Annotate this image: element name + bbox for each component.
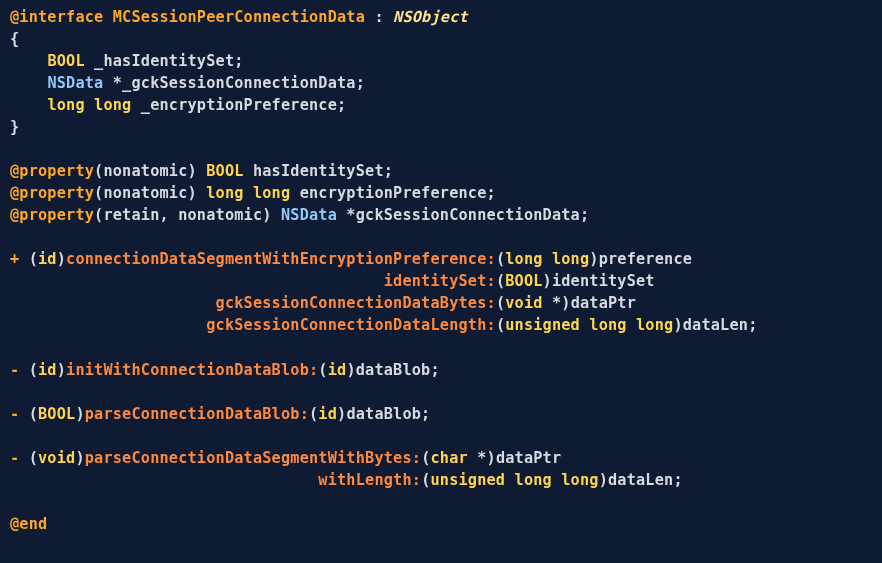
class-name: MCSessionPeerConnectionData xyxy=(113,8,365,26)
property-line: @property(nonatomic) long long encryptio… xyxy=(10,184,496,202)
line-interface: @interface MCSessionPeerConnectionData :… xyxy=(10,8,468,26)
method-line: gckSessionConnectionDataLength:(unsigned… xyxy=(10,316,758,334)
brace-open: { xyxy=(10,30,19,48)
ivar-line: NSData *_gckSessionConnectionData; xyxy=(10,74,365,92)
superclass: NSObject xyxy=(393,8,468,26)
method-line: - (BOOL)parseConnectionDataBlob:(id)data… xyxy=(10,405,430,423)
ivar-line: long long _encryptionPreference; xyxy=(10,96,346,114)
method-line: gckSessionConnectionDataBytes:(void *)da… xyxy=(10,294,636,312)
method-line: + (id)connectionDataSegmentWithEncryptio… xyxy=(10,250,692,268)
method-line: identitySet:(BOOL)identitySet xyxy=(10,272,655,290)
code-block: @interface MCSessionPeerConnectionData :… xyxy=(0,0,882,541)
method-line: - (id)initWithConnectionDataBlob:(id)dat… xyxy=(10,361,440,379)
property-line: @property(retain, nonatomic) NSData *gck… xyxy=(10,206,589,224)
keyword-end: @end xyxy=(10,515,47,533)
method-line: withLength:(unsigned long long)dataLen; xyxy=(10,471,683,489)
brace-close: } xyxy=(10,118,19,136)
keyword-interface: @interface xyxy=(10,8,103,26)
property-line: @property(nonatomic) BOOL hasIdentitySet… xyxy=(10,162,393,180)
method-line: - (void)parseConnectionDataSegmentWithBy… xyxy=(10,449,561,467)
ivar-line: BOOL _hasIdentitySet; xyxy=(10,52,244,70)
